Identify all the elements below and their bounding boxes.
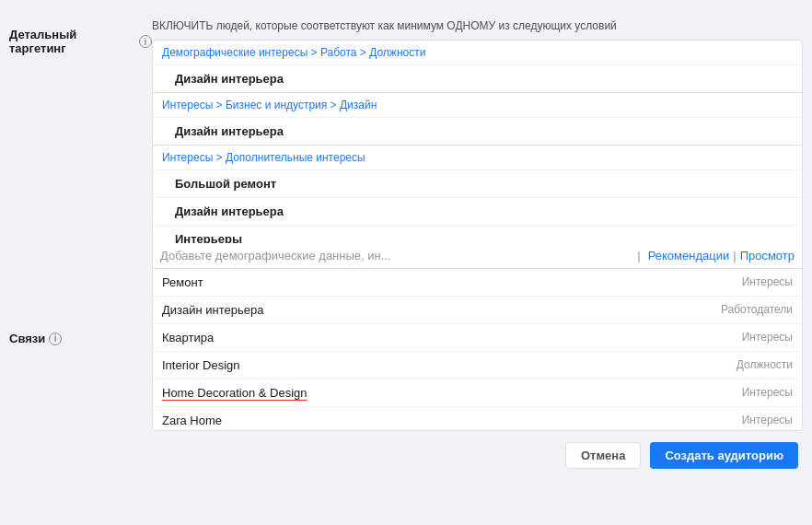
suggestion-type-0: Интересы [742,275,793,288]
bottom-row: Отмена Создать аудиторию [152,442,803,469]
recommendations-tab[interactable]: Рекомендации [648,249,730,262]
dropdown-item-1[interactable]: Дизайн интерьера [153,117,802,145]
search-placeholder: Добавьте демографические данные, ин... [160,249,633,262]
suggestion-row-4[interactable]: Home Decoration & Design Интересы [153,379,802,407]
create-audience-button[interactable]: Создать аудиторию [650,442,798,469]
suggestion-row-0[interactable]: Ремонт Интересы [153,269,802,297]
suggestion-name-1: Дизайн интерьера [162,303,263,317]
include-text: ВКЛЮЧИТЬ людей, которые соответствуют ка… [152,18,803,34]
suggestion-row-2[interactable]: Квартира Интересы [153,324,802,352]
dropdown-item-3[interactable]: Дизайн интерьера [153,197,802,225]
cancel-button[interactable]: Отмена [565,442,641,469]
connections-info-icon[interactable]: i [49,332,62,345]
category-header-1: Интересы > Бизнес и индустрия > Дизайн [153,93,802,117]
suggestion-type-2: Интересы [742,331,793,344]
connections-label: Связи i [9,332,152,345]
suggestions-list: Ремонт Интересы Дизайн интерьера Работод… [153,269,802,430]
dropdown-item-0[interactable]: Дизайн интерьера [153,64,802,92]
suggestion-name-5: Zara Home [162,414,222,427]
suggestion-name-0: Ремонт [162,275,203,289]
category-header-2: Интересы > Дополнительные интересы [153,146,802,169]
category-header-0: Демографические интересы > Работа > Долж… [153,41,802,64]
suggestion-row-1[interactable]: Дизайн интерьера Работодатели [153,297,802,324]
suggestion-row-3[interactable]: Interior Design Должности [153,352,802,379]
suggestion-type-4: Интересы [742,386,793,399]
suggestion-name-2: Квартира [162,331,214,344]
suggestion-type-5: Интересы [742,414,793,426]
browse-tab[interactable]: Просмотр [740,249,795,262]
label-column: Детальный таргетинг i Связи i [9,18,152,469]
suggestion-name-3: Interior Design [162,358,240,372]
content-column: ВКЛЮЧИТЬ людей, которые соответствуют ка… [152,18,803,469]
targeting-dropdown: Демографические интересы > Работа > Долж… [152,40,803,431]
targeting-label: Детальный таргетинг i [9,28,152,55]
search-input-row: Добавьте демографические данные, ин... |… [153,243,802,269]
dropdown-item-4[interactable]: Интерьеры [153,225,802,243]
targeting-info-icon[interactable]: i [139,35,152,48]
tab-separator: | [733,249,736,262]
suggestion-name-4: Home Decoration & Design [162,386,307,400]
dropdown-scroll-area[interactable]: Демографические интересы > Работа > Долж… [153,41,802,243]
suggestion-row-5[interactable]: Zara Home Интересы [153,407,802,430]
suggestion-type-1: Работодатели [721,303,793,316]
suggestion-type-3: Должности [737,358,793,371]
page-wrapper: Детальный таргетинг i Связи i ВКЛЮЧИТЬ л… [9,18,803,469]
dropdown-item-2[interactable]: Большой ремонт [153,169,802,197]
